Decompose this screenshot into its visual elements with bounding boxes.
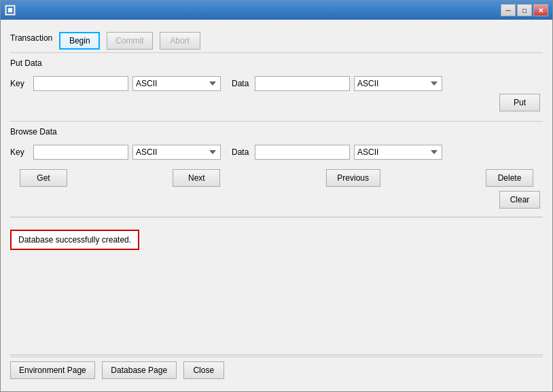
browse-left-buttons: Get [20, 169, 67, 187]
status-box: Database successfully created. [10, 230, 139, 250]
maximize-button[interactable]: □ [517, 4, 532, 16]
minimize-button[interactable]: ─ [501, 4, 516, 16]
status-message: Database successfully created. [18, 235, 131, 245]
divider [10, 217, 543, 217]
browse-key-label: Key [10, 147, 29, 157]
browse-data-section: Browse Data Key ASCII Binary Hex Data AS… [10, 122, 543, 214]
browse-data-row: Key ASCII Binary Hex Data ASCII Binary H… [10, 145, 543, 160]
main-window: ─ □ ✕ Transaction Begin Commit Abort Put… [0, 0, 553, 392]
browse-delete-area: Delete [486, 169, 533, 187]
put-key-format-select[interactable]: ASCII Binary Hex [132, 76, 221, 91]
browse-key-format-select[interactable]: ASCII Binary Hex [132, 145, 221, 160]
transaction-section: Transaction Begin Commit Abort [10, 26, 543, 53]
browse-data-label-field: Data [232, 147, 251, 157]
bottom-buttons: Environment Page Database Page Close [10, 357, 543, 385]
close-button[interactable]: Close [183, 361, 224, 379]
next-button[interactable]: Next [173, 169, 220, 187]
transaction-label: Transaction [10, 33, 52, 43]
browse-data-format-select[interactable]: ASCII Binary Hex [354, 145, 442, 160]
window-controls: ─ □ ✕ [501, 4, 548, 16]
delete-button[interactable]: Delete [486, 169, 533, 187]
commit-button[interactable]: Commit [107, 32, 152, 50]
environment-page-button[interactable]: Environment Page [10, 361, 95, 379]
browse-center-buttons: Next [173, 169, 220, 187]
put-button[interactable]: Put [499, 94, 540, 111]
put-data-label-field: Data [232, 79, 251, 88]
browse-buttons-area: Get Next Previous Delete [10, 169, 543, 187]
put-data-input[interactable] [255, 76, 350, 91]
browse-data-content: Key ASCII Binary Hex Data ASCII Binary H… [10, 142, 543, 211]
clear-row: Clear [10, 191, 543, 209]
transaction-row: Transaction Begin Commit Abort [10, 32, 543, 50]
put-key-input[interactable] [33, 76, 128, 91]
put-data-section: Put Data Key ASCII Binary Hex Data ASCII… [10, 53, 543, 122]
content-area: Transaction Begin Commit Abort Put Data … [1, 20, 552, 391]
put-data-format-select[interactable]: ASCII Binary Hex [354, 76, 442, 91]
svg-rect-1 [8, 8, 12, 12]
browse-key-input[interactable] [33, 145, 128, 160]
put-data-label: Put Data [10, 58, 543, 68]
previous-button[interactable]: Previous [326, 169, 380, 187]
database-page-button[interactable]: Database Page [102, 361, 177, 379]
begin-button[interactable]: Begin [59, 32, 100, 50]
close-window-button[interactable]: ✕ [533, 4, 548, 16]
clear-button[interactable]: Clear [499, 191, 540, 209]
browse-data-input[interactable] [255, 145, 350, 160]
put-key-label: Key [10, 79, 29, 88]
title-bar: ─ □ ✕ [1, 1, 552, 20]
window-icon [5, 5, 16, 16]
put-data-content: Key ASCII Binary Hex Data ASCII Binary H… [10, 73, 543, 118]
status-area: Database successfully created. [10, 226, 543, 353]
browse-right-buttons: Previous [326, 169, 380, 187]
bottom-divider [10, 355, 543, 355]
browse-data-label: Browse Data [10, 127, 543, 137]
abort-button[interactable]: Abort [160, 32, 200, 50]
put-data-row: Key ASCII Binary Hex Data ASCII Binary H… [10, 76, 543, 91]
get-button[interactable]: Get [20, 169, 67, 187]
put-button-row: Put [10, 94, 543, 111]
